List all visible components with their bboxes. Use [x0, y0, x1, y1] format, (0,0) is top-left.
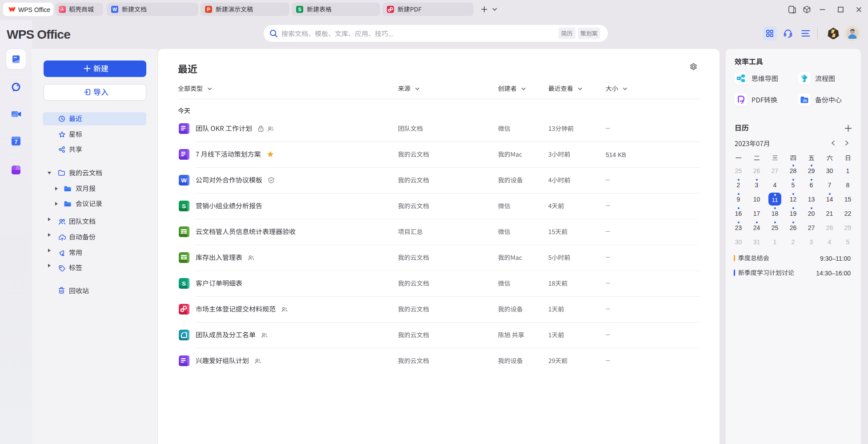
svg-text:S: S — [298, 7, 301, 12]
svg-text:S: S — [182, 280, 186, 287]
svg-text:W: W — [113, 7, 117, 12]
svg-text:W: W — [181, 177, 187, 184]
svg-text:7: 7 — [15, 139, 18, 145]
svg-text:P: P — [207, 7, 210, 12]
svg-text:S: S — [182, 203, 186, 210]
